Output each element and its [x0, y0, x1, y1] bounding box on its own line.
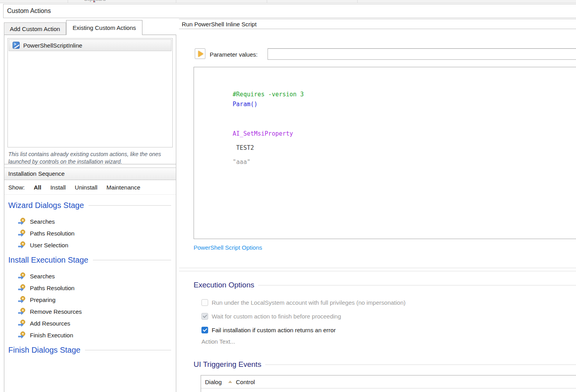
sort-ascending-icon — [228, 381, 232, 383]
events-table-header: Dialog Control — [201, 375, 576, 388]
option-row: Fail installation if custom action retur… — [201, 326, 336, 334]
custom-actions-tabs: Add Custom Action Existing Custom Action… — [4, 20, 142, 35]
code-segment: "aaa" — [233, 158, 250, 166]
ribbon-strip-cropped: Clipboard — [0, 0, 576, 3]
column-label: Control — [236, 379, 255, 385]
script-editor[interactable]: #Requires -version 3 Param() AI_SetMsiPr… — [194, 67, 576, 239]
show-filter[interactable]: Install — [50, 184, 66, 191]
events-table: Dialog Control — [201, 375, 576, 392]
events-column-header[interactable]: Dialog — [201, 375, 232, 388]
sequence-item[interactable]: Remove Resources — [4, 306, 176, 317]
checkbox[interactable] — [201, 327, 208, 333]
sequence-item-label: Paths Resolution — [30, 230, 74, 237]
code-segment: #Requires -version 3 — [233, 91, 304, 98]
list-item[interactable]: PowerShellScriptInline — [9, 39, 172, 51]
option-label: Wait for custom action to finish before … — [212, 313, 341, 320]
powershell-script-options-link[interactable]: PowerShell Script Options — [194, 244, 262, 251]
sequence-item-label: Paths Resolution — [30, 285, 74, 291]
sequence-stages: Wizard Dialogs Stage Searches — [4, 195, 176, 355]
panel-divider — [179, 268, 576, 268]
sequence-item-label: Finish Execution — [30, 332, 73, 339]
show-filter-row: Show: AllInstallUninstallMaintenance — [4, 180, 176, 195]
checkbox[interactable] — [201, 313, 208, 320]
ribbon-icon-fragment — [93, 1, 95, 2]
sequence-item[interactable]: Paths Resolution — [4, 282, 176, 294]
play-icon — [198, 51, 203, 57]
stage-heading-label: Install Execution Stage — [8, 256, 88, 265]
ribbon-divider — [176, 0, 176, 3]
sequence-item-label: Remove Resources — [30, 308, 82, 315]
tab-existing-custom-actions[interactable]: Existing Custom Actions — [66, 20, 143, 35]
stage-items: Searches Paths Resolution — [4, 215, 176, 251]
code-segment: Param() — [233, 101, 257, 108]
sequence-item[interactable]: Preparing — [4, 294, 176, 306]
code-segment: TEST2 — [233, 144, 257, 151]
sequence-item-label: User Selection — [30, 242, 68, 248]
gear-arrow-icon — [18, 230, 26, 237]
ui-triggering-events-label: UI Triggering Events — [194, 360, 261, 369]
left-panel: PowerShellScriptInline This list contain… — [4, 35, 176, 392]
show-filter[interactable]: Uninstall — [75, 184, 98, 191]
option-row: Wait for custom action to finish before … — [201, 312, 341, 320]
ui-triggering-events-heading: UI Triggering Events — [194, 360, 576, 369]
gear-arrow-icon — [18, 272, 26, 280]
tab-add-custom-action[interactable]: Add Custom Action — [4, 22, 66, 35]
sequence-item[interactable]: Paths Resolution — [4, 227, 176, 239]
sequence-item[interactable]: Searches — [4, 215, 176, 227]
sequence-item-label: Preparing — [30, 296, 55, 303]
sequence-item[interactable]: Searches — [4, 270, 176, 282]
list-item-label: PowerShellScriptInline — [23, 42, 82, 49]
panel-divider — [179, 271, 576, 271]
gear-arrow-icon — [18, 241, 26, 249]
code-line: AI_SetMsiProperty TEST2 "aaa" — [197, 109, 573, 119]
existing-actions-tab-page: PowerShellScriptInline This list contain… — [4, 35, 176, 164]
powershell-script-icon — [13, 42, 20, 49]
show-filter[interactable]: All — [34, 184, 41, 191]
show-filters: AllInstallUninstallMaintenance — [34, 184, 140, 191]
option-row: Run under the LocalSystem account with f… — [201, 298, 406, 306]
action-text-link[interactable]: Action Text... — [201, 338, 235, 345]
checkbox[interactable] — [201, 299, 208, 306]
code-line: #Requires -version 3 — [197, 70, 573, 79]
option-label: Run under the LocalSystem account with f… — [212, 299, 406, 306]
code-segment: AI_SetMsiProperty — [233, 130, 293, 137]
sequence-item-label: Searches — [30, 218, 55, 225]
code-line: Param() — [197, 79, 573, 89]
stage-section: Install Execution Stage Searches — [4, 256, 176, 341]
detail-header: Run PowerShell Inline Script — [179, 19, 576, 29]
run-script-button[interactable] — [195, 48, 205, 59]
sequence-item[interactable]: Add Resources — [4, 317, 176, 329]
page-title: Custom Actions — [3, 4, 576, 18]
parameter-values-label: Parameter values: — [210, 51, 258, 58]
gear-arrow-icon — [18, 284, 26, 292]
sequence-item[interactable]: User Selection — [4, 239, 176, 251]
stage-heading: Wizard Dialogs Stage — [8, 201, 171, 210]
column-label: Dialog — [205, 379, 222, 385]
ribbon-divider — [68, 0, 68, 3]
sequence-item[interactable]: Finish Execution — [4, 329, 176, 341]
ribbon-divider — [357, 0, 358, 3]
parameter-values-input[interactable] — [268, 48, 576, 60]
existing-actions-note: This list contains already existing cust… — [8, 151, 172, 166]
existing-actions-list[interactable]: PowerShellScriptInline — [7, 38, 173, 147]
execution-options-label: Execution Options — [194, 281, 254, 289]
installation-sequence-header: Installation Sequence — [4, 167, 176, 180]
gear-arrow-icon — [18, 218, 26, 225]
sequence-item-label: Add Resources — [30, 320, 70, 327]
events-column-header[interactable]: Control — [232, 375, 255, 388]
gear-arrow-icon — [18, 320, 26, 327]
stage-section: Finish Dialogs Stage — [4, 346, 176, 355]
show-filter[interactable]: Maintenance — [107, 184, 140, 191]
stage-items: Searches Paths Resolution — [4, 270, 176, 341]
stage-heading-label: Finish Dialogs Stage — [8, 346, 80, 355]
ribbon-divider — [267, 0, 267, 3]
option-label: Fail installation if custom action retur… — [212, 327, 336, 333]
stage-heading: Finish Dialogs Stage — [8, 346, 171, 355]
execution-options-heading: Execution Options — [194, 281, 576, 289]
stage-heading: Install Execution Stage — [8, 256, 171, 265]
gear-arrow-icon — [18, 296, 26, 304]
stage-heading-label: Wizard Dialogs Stage — [8, 201, 84, 210]
stage-section: Wizard Dialogs Stage Searches — [4, 201, 176, 251]
sequence-item-label: Searches — [30, 273, 55, 280]
detail-panel: Run PowerShell Inline Script Parameter v… — [179, 19, 576, 392]
